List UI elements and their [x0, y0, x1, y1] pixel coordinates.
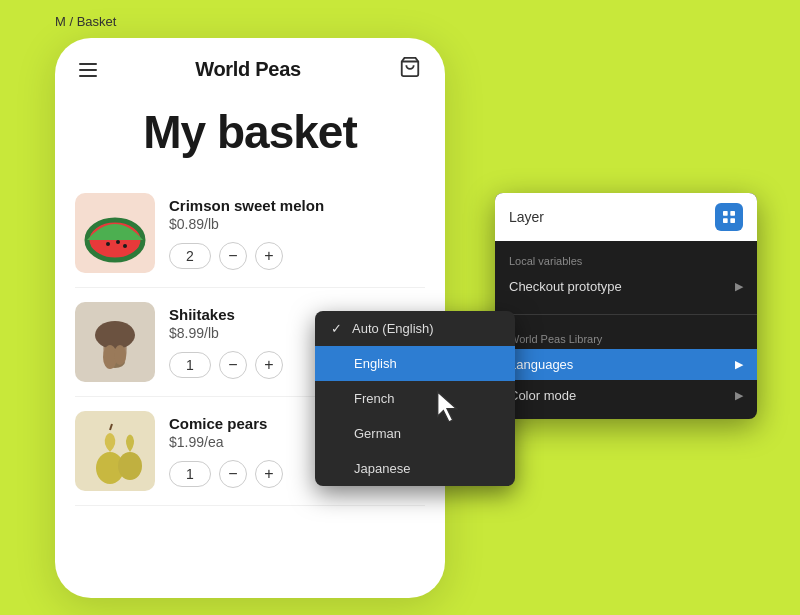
qty-badge-1: 2	[169, 243, 211, 269]
submenu-item-auto-label: Auto (English)	[352, 321, 434, 336]
arrow-icon: ▶	[735, 280, 743, 293]
menu-section-library: World Peas Library Languages ▶ Color mod…	[495, 319, 757, 419]
svg-rect-16	[730, 218, 735, 223]
svg-point-12	[118, 452, 142, 480]
qty-decrease-3[interactable]: −	[219, 460, 247, 488]
arrow-icon-languages: ▶	[735, 358, 743, 371]
menu-item-checkout[interactable]: Checkout prototype ▶	[495, 271, 757, 302]
qty-decrease-1[interactable]: −	[219, 242, 247, 270]
submenu-item-english-label: English	[354, 356, 397, 371]
quantity-controls-1: 2 − +	[169, 242, 425, 270]
breadcrumb: M / Basket	[55, 14, 116, 29]
qty-badge-3: 1	[169, 461, 211, 487]
product-image-pear	[75, 411, 155, 491]
qty-increase-3[interactable]: +	[255, 460, 283, 488]
menu-item-colormode-label: Color mode	[509, 388, 576, 403]
submenu-item-french-label: French	[354, 391, 394, 406]
qty-increase-2[interactable]: +	[255, 351, 283, 379]
submenu-item-japanese[interactable]: Japanese	[315, 451, 515, 486]
section-label-library: World Peas Library	[495, 327, 757, 349]
svg-point-7	[95, 321, 135, 349]
check-icon: ✓	[331, 321, 342, 336]
submenu-item-english[interactable]: English	[315, 346, 515, 381]
svg-point-5	[123, 244, 127, 248]
app-title: World Peas	[195, 58, 301, 81]
menu-item-languages-label: Languages	[509, 357, 573, 372]
svg-rect-13	[723, 211, 728, 216]
product-item: Crimson sweet melon $0.89/lb 2 − +	[75, 179, 425, 288]
product-image-mushroom	[75, 302, 155, 382]
product-1-name: Crimson sweet melon	[169, 197, 425, 214]
layer-variable-button[interactable]	[715, 203, 743, 231]
languages-submenu: ✓ Auto (English) English French German J…	[315, 311, 515, 486]
hamburger-icon[interactable]	[79, 63, 97, 77]
menu-section-local: Local variables Checkout prototype ▶	[495, 241, 757, 310]
divider	[495, 314, 757, 315]
arrow-icon-colormode: ▶	[735, 389, 743, 402]
submenu-item-french[interactable]: French	[315, 381, 515, 416]
submenu-item-japanese-label: Japanese	[354, 461, 410, 476]
svg-point-4	[116, 240, 120, 244]
section-label-local: Local variables	[495, 249, 757, 271]
menu-item-colormode[interactable]: Color mode ▶	[495, 380, 757, 411]
basket-icon[interactable]	[399, 56, 421, 83]
submenu-item-german[interactable]: German	[315, 416, 515, 451]
menu-item-languages[interactable]: Languages ▶	[495, 349, 757, 380]
page-heading: My basket	[55, 95, 445, 179]
menu-item-checkout-label: Checkout prototype	[509, 279, 622, 294]
product-image-watermelon	[75, 193, 155, 273]
product-1-info: Crimson sweet melon $0.89/lb 2 − +	[169, 197, 425, 270]
svg-point-3	[106, 242, 110, 246]
qty-decrease-2[interactable]: −	[219, 351, 247, 379]
svg-rect-14	[730, 211, 735, 216]
svg-point-9	[114, 345, 126, 365]
product-1-price: $0.89/lb	[169, 216, 425, 232]
phone-topbar: World Peas	[55, 38, 445, 95]
layer-panel-header: Layer	[495, 193, 757, 241]
submenu-item-auto[interactable]: ✓ Auto (English)	[315, 311, 515, 346]
qty-badge-2: 1	[169, 352, 211, 378]
layer-label: Layer	[509, 209, 544, 225]
submenu-item-german-label: German	[354, 426, 401, 441]
qty-increase-1[interactable]: +	[255, 242, 283, 270]
svg-line-11	[110, 424, 112, 430]
svg-rect-15	[723, 218, 728, 223]
layer-panel: Layer Local variables Checkout prototype…	[495, 193, 757, 419]
